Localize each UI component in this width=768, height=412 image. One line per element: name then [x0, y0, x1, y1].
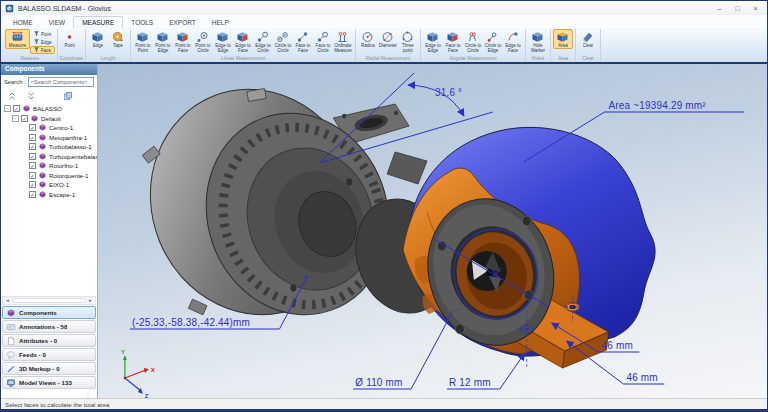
title-bar: BALASSO.SLDASM - Glovius –□×: [1, 1, 767, 15]
ribbon-button-face-to-face[interactable]: Face to Face: [443, 29, 463, 54]
ruler-icon: [11, 31, 24, 43]
part-icon: [38, 171, 47, 180]
app-icon: [5, 4, 14, 13]
tree-hscrollbar[interactable]: ◄ ►: [2, 296, 96, 305]
ribbon-button-edge-to-edge[interactable]: Edge to Edge: [423, 29, 443, 54]
minimize-button[interactable]: –: [712, 3, 727, 14]
visibility-checkbox[interactable]: ✓: [29, 124, 36, 131]
menu-tab-tools[interactable]: TOOLS: [123, 17, 161, 28]
close-button[interactable]: ×: [748, 3, 763, 14]
panel-tab-3d-markup-0[interactable]: 3D Markup - 0: [2, 362, 96, 375]
ribbon-button-edge-to-circle[interactable]: Edge to Circle: [253, 29, 273, 54]
ribbon-button-point-to-point[interactable]: Point to Point: [133, 29, 153, 54]
tree-item-escape-1[interactable]: ✓Escape-1: [1, 190, 97, 200]
ribbon-button-point-to-circle[interactable]: Point to Circle: [193, 29, 213, 54]
part-icon: [38, 142, 47, 151]
menu-tab-measure[interactable]: MEASURE: [73, 16, 123, 28]
ribbon-button-edge-to-edge[interactable]: Edge to Edge: [213, 29, 233, 54]
panel-tab-attributes-0[interactable]: Attributes - 0: [2, 334, 96, 347]
filter-point-button[interactable]: Point: [30, 30, 55, 38]
ribbon-button-measure[interactable]: Measure: [5, 29, 30, 49]
ribbon-group-label: Measure: [5, 55, 55, 62]
ribbon-button-clear[interactable]: Clear: [578, 29, 598, 49]
ribbon-button-point-to-edge[interactable]: Point to Edge: [153, 29, 173, 54]
ball-circle-icon: [316, 31, 329, 43]
ribbon-button-edge-to-face[interactable]: Edge to Face: [503, 29, 523, 54]
tree-item-meiopartfria-1[interactable]: ✓Meiopartfria-1: [1, 133, 97, 143]
part-icon: [38, 161, 47, 170]
visibility-checkbox[interactable]: ✓: [13, 105, 20, 112]
expand-toggle[interactable]: -: [12, 115, 19, 122]
ribbon-button-circle-to-circle[interactable]: Circle to Circle: [273, 29, 293, 54]
ribbon-group-measure: MeasurePointEdgeFaceMeasure: [3, 29, 58, 62]
circle-three-icon: [401, 31, 414, 43]
viewport-3d[interactable]: 31.6 ° Area ~19394.29 mm² (-25.33,-58.38…: [98, 64, 767, 398]
ribbon-button-radius[interactable]: Radius: [358, 29, 378, 49]
tree-item-rotorquente-1[interactable]: ✓Rotorquente-1: [1, 171, 97, 181]
feeds-icon: [6, 350, 16, 360]
two-circles-icon: [276, 31, 289, 43]
visibility-checkbox[interactable]: ✓: [21, 115, 28, 122]
views-icon: [6, 378, 16, 388]
panel-grip[interactable]: ⋮: [1, 390, 97, 398]
panel-tab-model-views-133[interactable]: Model Views - 133: [2, 376, 96, 389]
ribbon-button-tape[interactable]: Tape: [108, 29, 128, 49]
expand-toggle[interactable]: -: [4, 105, 11, 112]
ribbon-button-edge[interactable]: Edge: [88, 29, 108, 49]
ribbon-button-face-to-circle[interactable]: Face to Circle: [313, 29, 333, 54]
menu-tab-view[interactable]: VIEW: [41, 17, 74, 28]
ribbon-button-circle-to-circle[interactable]: Circle to Circle: [463, 29, 483, 54]
ribbon-button-three-point-circle[interactable]: Three point circle: [398, 29, 418, 55]
panel-spacer: [1, 199, 97, 296]
tree-item-balasso[interactable]: -✓BALASSO: [1, 104, 97, 114]
search-label: Search :: [4, 79, 26, 85]
ribbon-button-area[interactable]: Area: [553, 29, 573, 49]
panel-header: Components: [1, 64, 97, 75]
visibility-checkbox[interactable]: ✓: [29, 162, 36, 169]
ribbon-button-face-to-face[interactable]: Face to Face: [293, 29, 313, 54]
visibility-checkbox[interactable]: ✓: [29, 134, 36, 141]
diameter-dimension: Ø 110 mm: [355, 377, 402, 388]
part-icon: [38, 180, 47, 189]
filter-face-button[interactable]: Face: [30, 46, 55, 54]
panel-tab-components[interactable]: Components: [2, 306, 96, 319]
visibility-checkbox[interactable]: ✓: [29, 153, 36, 160]
search-input[interactable]: [28, 77, 94, 87]
tree-item-turboquentebalasso[interactable]: ✓Turboquentebalasso: [1, 152, 97, 162]
ribbon-button-point-to-face[interactable]: Point to Face: [173, 29, 193, 54]
part-icon: [38, 152, 47, 161]
panel-tab-annotations-58[interactable]: Annotations - 58: [2, 320, 96, 333]
axis-y-label: Y: [121, 349, 125, 355]
part-icon: [38, 190, 47, 199]
tree-item-eixo-1[interactable]: ✓EIXO-1: [1, 180, 97, 190]
maximize-button[interactable]: □: [730, 3, 745, 14]
scroll-track[interactable]: [12, 298, 86, 303]
tree-item-turbobalasso-1[interactable]: ✓Turbobalasso-1: [1, 142, 97, 152]
scroll-left-button[interactable]: ◄: [3, 298, 12, 303]
visibility-checkbox[interactable]: ✓: [29, 172, 36, 179]
ribbon-button-diameter[interactable]: Diameter: [378, 29, 398, 49]
attributes-icon: [6, 336, 16, 346]
ribbon-button-ordinate-measure[interactable]: Ordinate Measure: [333, 29, 353, 54]
panel-tab-feeds-0[interactable]: Feeds - 0: [2, 348, 96, 361]
menu-tab-help[interactable]: HELP: [204, 17, 237, 28]
ribbon-button-point[interactable]: Point: [60, 29, 80, 49]
circle-radius-icon: [361, 31, 374, 43]
menu-tab-export[interactable]: EXPORT: [161, 17, 204, 28]
scroll-right-button[interactable]: ►: [86, 298, 95, 303]
menu-tab-home[interactable]: HOME: [5, 17, 41, 28]
angle-dimension: 31.6 °: [435, 87, 462, 98]
ribbon-group-label: Holes: [528, 55, 548, 62]
ribbon-button-hole-marker[interactable]: Hole Marker: [528, 29, 548, 54]
visibility-checkbox[interactable]: ✓: [29, 143, 36, 150]
window-controls: –□×: [712, 3, 763, 14]
ribbon-button-edge-to-face[interactable]: Edge to Face: [233, 29, 253, 54]
visibility-checkbox[interactable]: ✓: [29, 191, 36, 198]
tree-item-rotorfrio-1[interactable]: ✓Rotorfrio-1: [1, 161, 97, 171]
ribbon-button-circle-to-edge[interactable]: Circle to Edge: [483, 29, 503, 54]
tree-item-centro-1[interactable]: ✓Centro-1: [1, 123, 97, 133]
components-panel: Components Search : -✓BALASSO-✓Default✓C…: [1, 64, 98, 398]
visibility-checkbox[interactable]: ✓: [29, 181, 36, 188]
filter-edge-button[interactable]: Edge: [30, 38, 55, 46]
tree-item-default[interactable]: -✓Default: [1, 114, 97, 124]
